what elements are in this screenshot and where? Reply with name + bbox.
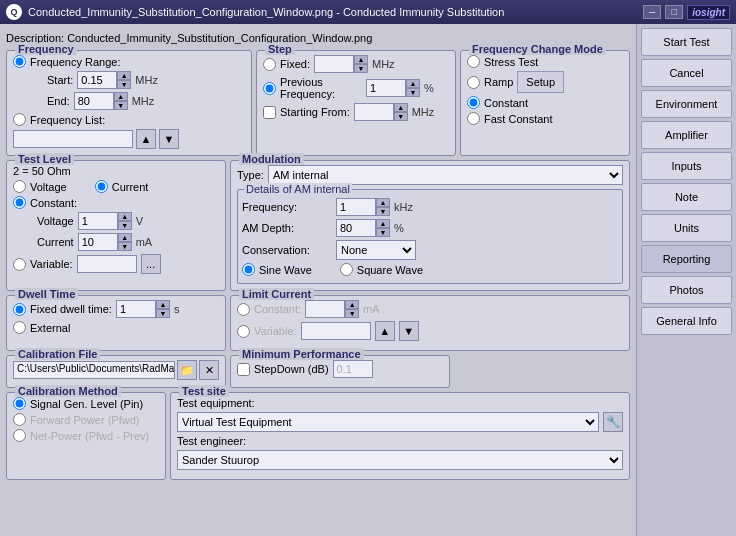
voltage-spin-btns[interactable]: ▲ ▼ — [118, 212, 132, 230]
current-spin-btns[interactable]: ▲ ▼ — [118, 233, 132, 251]
current-input[interactable] — [78, 233, 118, 251]
am-freq-spin-btns[interactable]: ▲ ▼ — [376, 198, 390, 216]
cancel-button[interactable]: Cancel — [641, 59, 732, 87]
am-freq-up[interactable]: ▲ — [376, 198, 390, 207]
equipment-config-btn[interactable]: 🔧 — [603, 412, 623, 432]
file-browse-btn[interactable]: 📁 — [177, 360, 197, 380]
start-input[interactable] — [77, 71, 117, 89]
limit-constant-radio[interactable] — [237, 303, 250, 316]
limit-variable-radio[interactable] — [237, 325, 250, 338]
engineer-select[interactable]: Sander Stuurop — [177, 450, 623, 470]
constant-level-radio[interactable] — [13, 196, 26, 209]
prev-freq-down[interactable]: ▼ — [406, 88, 420, 97]
dwell-input[interactable] — [116, 300, 156, 318]
end-up[interactable]: ▲ — [114, 92, 128, 101]
limit-variable-btn2[interactable]: ▼ — [399, 321, 419, 341]
freq-list-down-btn[interactable]: ▼ — [159, 129, 179, 149]
limit-spin-btns[interactable]: ▲ ▼ — [345, 300, 359, 318]
file-clear-btn[interactable]: ✕ — [199, 360, 219, 380]
minimize-button[interactable]: ─ — [643, 5, 661, 19]
dwell-up[interactable]: ▲ — [156, 300, 170, 309]
dwell-spin[interactable]: ▲ ▼ — [116, 300, 170, 318]
net-power-radio[interactable] — [13, 429, 26, 442]
variable-input[interactable] — [77, 255, 137, 273]
voltage-up[interactable]: ▲ — [118, 212, 132, 221]
min-perf-check[interactable] — [237, 363, 250, 376]
end-spin-btns[interactable]: ▲ ▼ — [114, 92, 128, 110]
setup-button[interactable]: Setup — [517, 71, 564, 93]
photos-button[interactable]: Photos — [641, 276, 732, 304]
freq-list-radio[interactable] — [13, 113, 26, 126]
start-test-button[interactable]: Start Test — [641, 28, 732, 56]
fixed-spin-btns[interactable]: ▲ ▼ — [354, 55, 368, 73]
am-depth-down[interactable]: ▼ — [376, 228, 390, 237]
starting-from-check[interactable] — [263, 106, 276, 119]
note-button[interactable]: Note — [641, 183, 732, 211]
am-freq-spin[interactable]: ▲ ▼ — [336, 198, 390, 216]
starting-up[interactable]: ▲ — [394, 103, 408, 112]
fast-constant-radio[interactable] — [467, 112, 480, 125]
variable-radio[interactable] — [13, 258, 26, 271]
limit-input[interactable] — [305, 300, 345, 318]
am-freq-down[interactable]: ▼ — [376, 207, 390, 216]
stepdown-input[interactable] — [333, 360, 373, 378]
end-down[interactable]: ▼ — [114, 101, 128, 110]
starting-spin-btns[interactable]: ▲ ▼ — [394, 103, 408, 121]
start-down[interactable]: ▼ — [117, 80, 131, 89]
limit-variable-input[interactable] — [301, 322, 371, 340]
limit-spin[interactable]: ▲ ▼ — [305, 300, 359, 318]
current-radio[interactable] — [95, 180, 108, 193]
amplifier-button[interactable]: Amplifier — [641, 121, 732, 149]
external-radio[interactable] — [13, 321, 26, 334]
prev-freq-up[interactable]: ▲ — [406, 79, 420, 88]
signal-gen-radio[interactable] — [13, 397, 26, 410]
fixed-dwell-radio[interactable] — [13, 303, 26, 316]
inputs-button[interactable]: Inputs — [641, 152, 732, 180]
units-button[interactable]: Units — [641, 214, 732, 242]
end-spin[interactable]: ▲ ▼ — [74, 92, 128, 110]
fixed-radio[interactable] — [263, 58, 276, 71]
freq-list-input[interactable] — [13, 130, 133, 148]
environment-button[interactable]: Environment — [641, 90, 732, 118]
voltage-down[interactable]: ▼ — [118, 221, 132, 230]
prev-freq-radio[interactable] — [263, 82, 276, 95]
reporting-button[interactable]: Reporting — [641, 245, 732, 273]
general-info-button[interactable]: General Info — [641, 307, 732, 335]
current-up[interactable]: ▲ — [118, 233, 132, 242]
limit-down[interactable]: ▼ — [345, 309, 359, 318]
mod-type-select[interactable]: AM internal — [268, 165, 623, 185]
variable-browse-btn[interactable]: ... — [141, 254, 161, 274]
am-depth-spin[interactable]: ▲ ▼ — [336, 219, 390, 237]
dwell-down[interactable]: ▼ — [156, 309, 170, 318]
square-wave-radio[interactable] — [340, 263, 353, 276]
current-down[interactable]: ▼ — [118, 242, 132, 251]
starting-down[interactable]: ▼ — [394, 112, 408, 121]
limit-up[interactable]: ▲ — [345, 300, 359, 309]
maximize-button[interactable]: □ — [665, 5, 683, 19]
fixed-spin[interactable]: ▲ ▼ — [314, 55, 368, 73]
current-spin[interactable]: ▲ ▼ — [78, 233, 132, 251]
starting-spin[interactable]: ▲ ▼ — [354, 103, 408, 121]
prev-freq-spin-btns[interactable]: ▲ ▼ — [406, 79, 420, 97]
am-depth-spin-btns[interactable]: ▲ ▼ — [376, 219, 390, 237]
ramp-radio[interactable] — [467, 76, 480, 89]
end-input[interactable] — [74, 92, 114, 110]
sine-wave-radio[interactable] — [242, 263, 255, 276]
constant-radio[interactable] — [467, 96, 480, 109]
stress-test-radio[interactable] — [467, 55, 480, 68]
starting-input[interactable] — [354, 103, 394, 121]
freq-list-up-btn[interactable]: ▲ — [136, 129, 156, 149]
prev-freq-input[interactable] — [366, 79, 406, 97]
forward-power-radio[interactable] — [13, 413, 26, 426]
start-spin[interactable]: ▲ ▼ — [77, 71, 131, 89]
fixed-up[interactable]: ▲ — [354, 55, 368, 64]
conservation-select[interactable]: None — [336, 240, 416, 260]
fixed-input[interactable] — [314, 55, 354, 73]
am-freq-input[interactable] — [336, 198, 376, 216]
freq-range-radio[interactable] — [13, 55, 26, 68]
title-bar-controls[interactable]: ─ □ iosight — [643, 5, 730, 20]
fixed-down[interactable]: ▼ — [354, 64, 368, 73]
voltage-radio[interactable] — [13, 180, 26, 193]
start-up[interactable]: ▲ — [117, 71, 131, 80]
voltage-spin[interactable]: ▲ ▼ — [78, 212, 132, 230]
